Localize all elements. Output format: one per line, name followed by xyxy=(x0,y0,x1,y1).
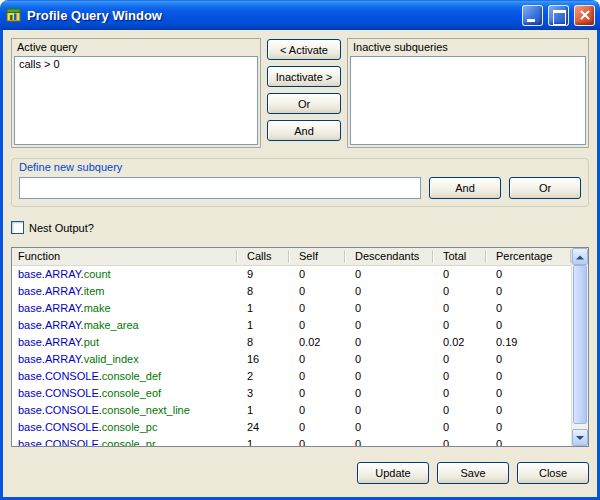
and-button[interactable]: And xyxy=(267,120,341,141)
results-table: FunctionCallsSelfDescendantsTotalPercent… xyxy=(11,247,589,447)
inactive-subqueries-list[interactable] xyxy=(350,56,586,145)
feature-name: console_def xyxy=(102,370,161,382)
update-button[interactable]: Update xyxy=(357,462,429,484)
table-row[interactable]: base.ARRAY.put80.0200.020.19 xyxy=(12,334,571,351)
class-name: CONSOLE xyxy=(45,370,99,382)
active-query-item[interactable]: calls > 0 xyxy=(15,57,257,71)
feature-name: console_eof xyxy=(102,387,161,399)
minimize-button[interactable] xyxy=(522,5,543,26)
value-cell: 0 xyxy=(433,283,486,300)
active-query-label: Active query xyxy=(12,39,260,56)
function-cell: base.CONSOLE.console_pr xyxy=(12,436,237,446)
value-cell: 0 xyxy=(289,283,345,300)
value-cell: 8 xyxy=(237,334,289,351)
subquery-buttons: AndOr xyxy=(429,177,581,199)
column-header-function[interactable]: Function xyxy=(12,248,237,265)
column-header-calls[interactable]: Calls xyxy=(237,248,289,265)
inactive-subqueries-panel: Inactive subqueries xyxy=(347,38,589,148)
value-cell: 1 xyxy=(237,402,289,419)
cluster-name: base xyxy=(18,404,42,416)
or-button[interactable]: Or xyxy=(267,93,341,114)
checkbox-box[interactable] xyxy=(11,221,24,234)
cluster-name: base xyxy=(18,387,42,399)
feature-name: console_pc xyxy=(102,421,158,433)
value-cell: 0 xyxy=(486,436,571,446)
function-cell: base.CONSOLE.console_def xyxy=(12,368,237,385)
value-cell: 0 xyxy=(345,351,433,368)
value-cell: 0 xyxy=(433,402,486,419)
column-header-total[interactable]: Total xyxy=(433,248,486,265)
column-header-percentage[interactable]: Percentage xyxy=(486,248,571,265)
cluster-name: base xyxy=(18,285,42,297)
close-button[interactable] xyxy=(574,5,595,26)
table-row[interactable]: base.ARRAY.item80000 xyxy=(12,283,571,300)
function-cell: base.ARRAY.put xyxy=(12,334,237,351)
value-cell: 1 xyxy=(237,436,289,446)
feature-name: item xyxy=(84,285,105,297)
save-button[interactable]: Save xyxy=(437,462,509,484)
define-subquery-label: Define new subquery xyxy=(19,161,581,174)
middle-buttons: < ActivateInactivate >OrAnd xyxy=(267,38,341,148)
value-cell: 0 xyxy=(433,266,486,283)
table-row[interactable]: base.CONSOLE.console_pc240000 xyxy=(12,419,571,436)
profile-query-window: Profile Query Window Active query calls … xyxy=(0,0,600,500)
value-cell: 1 xyxy=(237,300,289,317)
table-row[interactable]: base.CONSOLE.console_next_line10000 xyxy=(12,402,571,419)
value-cell: 9 xyxy=(237,266,289,283)
table-row[interactable]: base.ARRAY.make10000 xyxy=(12,300,571,317)
class-name: ARRAY xyxy=(45,353,81,365)
function-cell: base.CONSOLE.console_pc xyxy=(12,419,237,436)
value-cell: 0 xyxy=(486,283,571,300)
column-header-descendants[interactable]: Descendants xyxy=(345,248,433,265)
cluster-name: base xyxy=(18,268,42,280)
function-cell: base.CONSOLE.console_eof xyxy=(12,385,237,402)
window-body: Active query calls > 0 < ActivateInactiv… xyxy=(0,30,600,500)
nest-output-label: Nest Output? xyxy=(29,222,94,234)
class-name: ARRAY xyxy=(45,268,81,280)
table-row[interactable]: base.ARRAY.count90000 xyxy=(12,266,571,283)
column-header-self[interactable]: Self xyxy=(289,248,345,265)
table-row[interactable]: base.CONSOLE.console_eof30000 xyxy=(12,385,571,402)
activate-button[interactable]: < Activate xyxy=(267,39,341,60)
define-subquery-group: Define new subquery AndOr xyxy=(11,158,589,207)
function-cell: base.CONSOLE.console_next_line xyxy=(12,402,237,419)
value-cell: 0 xyxy=(345,300,433,317)
value-cell: 0 xyxy=(433,351,486,368)
value-cell: 0 xyxy=(486,402,571,419)
function-cell: base.ARRAY.make_area xyxy=(12,317,237,334)
feature-name: make xyxy=(84,302,111,314)
cluster-name: base xyxy=(18,336,42,348)
vertical-scrollbar[interactable] xyxy=(571,248,588,446)
value-cell: 0 xyxy=(345,317,433,334)
scrollbar-thumb[interactable] xyxy=(573,265,587,424)
subquery-or-button[interactable]: Or xyxy=(509,177,581,199)
titlebar[interactable]: Profile Query Window xyxy=(0,0,600,30)
table-row[interactable]: base.ARRAY.valid_index160000 xyxy=(12,351,571,368)
function-cell: base.ARRAY.make xyxy=(12,300,237,317)
class-name: ARRAY xyxy=(45,285,81,297)
maximize-button[interactable] xyxy=(548,5,569,26)
value-cell: 0 xyxy=(289,385,345,402)
value-cell: 8 xyxy=(237,283,289,300)
value-cell: 3 xyxy=(237,385,289,402)
close-dialog-button[interactable]: Close xyxy=(517,462,589,484)
subquery-and-button[interactable]: And xyxy=(429,177,501,199)
value-cell: 0.02 xyxy=(289,334,345,351)
nest-output-checkbox[interactable]: Nest Output? xyxy=(11,221,94,234)
value-cell: 0 xyxy=(486,385,571,402)
value-cell: 0 xyxy=(486,419,571,436)
value-cell: 0 xyxy=(289,368,345,385)
value-cell: 0 xyxy=(433,317,486,334)
table-row[interactable]: base.ARRAY.make_area10000 xyxy=(12,317,571,334)
table-row[interactable]: base.CONSOLE.console_pr10000 xyxy=(12,436,571,446)
subquery-input[interactable] xyxy=(19,177,421,199)
scroll-down-arrow[interactable] xyxy=(572,429,588,446)
value-cell: 0 xyxy=(345,283,433,300)
active-query-list[interactable]: calls > 0 xyxy=(14,56,258,145)
query-section: Active query calls > 0 < ActivateInactiv… xyxy=(11,38,589,148)
scroll-up-arrow[interactable] xyxy=(572,248,588,265)
inactivate-button[interactable]: Inactivate > xyxy=(267,66,341,87)
table-row[interactable]: base.CONSOLE.console_def20000 xyxy=(12,368,571,385)
value-cell: 0 xyxy=(345,436,433,446)
value-cell: 0 xyxy=(486,351,571,368)
